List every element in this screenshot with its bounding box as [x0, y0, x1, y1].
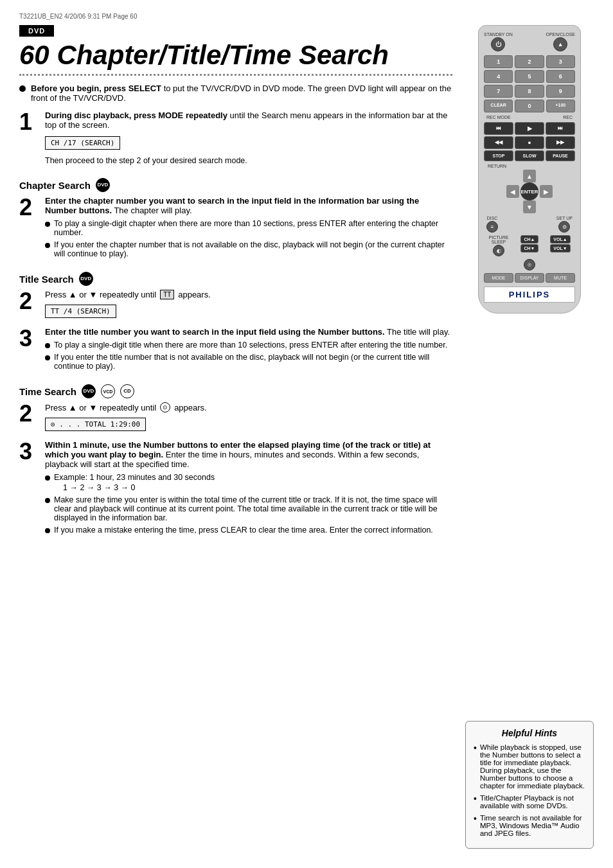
page-meta: T3221UB_EN2 4/20/06 9:31 PM Page 60 — [19, 13, 594, 20]
chapter-step2-number: 2 — [19, 196, 39, 219]
left-column: DVD 60 Chapter/Title/Time Search Before … — [19, 25, 452, 849]
btn-5[interactable]: 5 — [515, 70, 544, 83]
time-cd-badge: CD — [120, 384, 134, 398]
rec-label: REC — [563, 115, 573, 120]
bullet-dot-icon — [45, 222, 50, 227]
section-divider — [19, 74, 452, 76]
remote-control: STANDBY ON ⏻ OPEN/CLOSE ▲ 1 2 3 4 — [478, 25, 581, 314]
step1-infobar: CH /17 (SEARCH) — [45, 136, 120, 150]
list-item: If you enter the chapter number that is … — [45, 240, 452, 258]
picture-sleep-button[interactable]: ◐ — [493, 245, 504, 256]
time-press-label: Press ▲ or ▼ repeatedly until — [45, 403, 156, 412]
display-button[interactable]: DISPLAY — [515, 273, 544, 283]
setup-button[interactable]: ⚙ — [558, 221, 570, 233]
step1-row: 1 During disc playback, press MODE repea… — [19, 111, 452, 168]
time-search-label: Time Search — [19, 386, 76, 397]
title-step2-infobar: TT /4 (SEARCH) — [45, 305, 116, 318]
step1-content: During disc playback, press MODE repeate… — [45, 111, 452, 168]
nav-left-button[interactable]: ◀ — [506, 185, 519, 198]
title-press-label: Press ▲ or ▼ repeatedly until — [45, 290, 156, 299]
chapter-step2-content: Enter the chapter number you want to sea… — [45, 196, 452, 261]
title-step2-number: 2 — [19, 290, 39, 313]
select-button[interactable]: ◎ — [524, 259, 535, 270]
time-step2-press-text: Press ▲ or ▼ repeatedly until ⊙ appears. — [45, 402, 452, 412]
ch-down-button[interactable]: CH▼ — [520, 244, 538, 252]
list-item: To play a single-digit chapter when ther… — [45, 219, 452, 237]
btn-stop[interactable]: STOP — [484, 150, 513, 161]
bullet-dot-icon — [45, 343, 50, 348]
btn-skipfwd[interactable]: ▶▶ — [546, 136, 575, 149]
mute-button[interactable]: MUTE — [546, 273, 575, 283]
time-step3-bullets: Example: 1 hour, 23 minutes and 30 secon… — [45, 473, 452, 535]
intro-text: Before you begin, press SELECT to put th… — [31, 84, 452, 103]
vol-down-button[interactable]: VOL▼ — [550, 244, 570, 252]
nav-up-button[interactable]: ▲ — [523, 170, 536, 182]
nav-top-row: ▲ — [523, 170, 536, 182]
btn-skipback[interactable]: ◀◀ — [484, 136, 513, 149]
btn-clear[interactable]: CLEAR — [484, 100, 513, 112]
openclose-label: OPEN/CLOSE — [546, 32, 575, 37]
bottom-controls: MODE DISPLAY MUTE — [484, 273, 575, 283]
time-step3-row: 3 Within 1 minute, use the Number button… — [19, 440, 452, 538]
standby-label: STANDBY ON — [484, 32, 513, 37]
btn-7[interactable]: 7 — [484, 85, 513, 98]
title-step3-content: Enter the title number you want to searc… — [45, 327, 452, 374]
btn-fastfwd[interactable]: ⏭ — [546, 122, 575, 135]
ch-up-button[interactable]: CH▲ — [520, 235, 538, 244]
btn-4[interactable]: 4 — [484, 70, 513, 83]
openclose-button[interactable]: ▲ — [553, 37, 567, 51]
hints-list: • While playback is stopped, use the Num… — [474, 743, 585, 837]
title-step3-bullets: To play a single-digit title when there … — [45, 341, 452, 371]
btn-100plus[interactable]: +100 — [546, 100, 575, 112]
btn-pause[interactable]: PAUSE — [546, 150, 575, 161]
btn-2[interactable]: 2 — [515, 55, 544, 68]
hints-title: Helpful Hints — [474, 728, 585, 738]
content-area: DVD 60 Chapter/Title/Time Search Before … — [19, 25, 594, 849]
enter-button[interactable]: ENTER — [520, 182, 538, 200]
title-dvd-badge: DVD — [79, 272, 93, 286]
time-step2-content: Press ▲ or ▼ repeatedly until ⊙ appears.… — [45, 402, 452, 434]
time-dvd-badge: DVD — [82, 384, 96, 398]
bullet-dot-icon — [45, 243, 50, 248]
chapter-search-section: Chapter Search DVD 2 Enter the chapter n… — [19, 178, 452, 261]
mode-button[interactable]: MODE — [484, 273, 513, 283]
btn-0[interactable]: 0 — [515, 100, 544, 112]
btn-8[interactable]: 8 — [515, 85, 544, 98]
time-step3-text: Within 1 minute, use the Number buttons … — [45, 440, 452, 469]
step1-section: 1 During disc playback, press MODE repea… — [19, 111, 452, 168]
hint-bullet-icon: • — [474, 743, 477, 752]
list-item: To play a single-digit title when there … — [45, 341, 452, 350]
btn-6[interactable]: 6 — [546, 70, 575, 83]
list-item: • While playback is stopped, use the Num… — [474, 743, 585, 790]
time-step3-content: Within 1 minute, use the Number buttons … — [45, 440, 452, 538]
btn-play[interactable]: ▶ — [515, 122, 544, 135]
helpful-hints-box: Helpful Hints • While playback is stoppe… — [465, 721, 594, 849]
title-step3-row: 3 Enter the title number you want to sea… — [19, 327, 452, 374]
disc-label: DISC — [487, 216, 498, 220]
setup-label: SET UP — [556, 216, 573, 220]
vol-up-button[interactable]: VOL▲ — [550, 235, 570, 244]
disc-button[interactable]: ≡ — [486, 221, 498, 233]
btn-1[interactable]: 1 — [484, 55, 513, 68]
standby-button[interactable]: ⏻ — [491, 37, 505, 51]
time-step2-row: 2 Press ▲ or ▼ repeatedly until ⊙ appear… — [19, 402, 452, 434]
btn-9[interactable]: 9 — [546, 85, 575, 98]
title-step3-bold: Enter the title number you want to searc… — [45, 327, 385, 337]
time-search-section: Time Search DVD VCD CD 2 Press ▲ or ▼ re… — [19, 384, 452, 538]
clock-icon: ⊙ — [160, 402, 170, 412]
title-bullet-2: If you enter the title number that is no… — [54, 353, 452, 371]
btn-3[interactable]: 3 — [546, 55, 575, 68]
nav-down-button[interactable]: ▼ — [523, 200, 536, 213]
time-appears-label: appears. — [174, 403, 207, 412]
title-appears-label: appears. — [178, 290, 211, 299]
title-step3-number: 3 — [19, 327, 39, 350]
bullet-dot-icon — [45, 355, 50, 360]
btn-rewind[interactable]: ⏮ — [484, 122, 513, 135]
chapter-search-heading: Chapter Search DVD — [19, 178, 452, 192]
btn-slow[interactable]: SLOW — [515, 150, 544, 161]
time-step3-number: 3 — [19, 440, 39, 463]
nav-right-button[interactable]: ▶ — [540, 185, 553, 198]
title-tt-box: TT — [160, 290, 174, 299]
page-title: 60 Chapter/Title/Time Search — [19, 40, 452, 70]
btn-record[interactable]: ● — [515, 136, 544, 149]
